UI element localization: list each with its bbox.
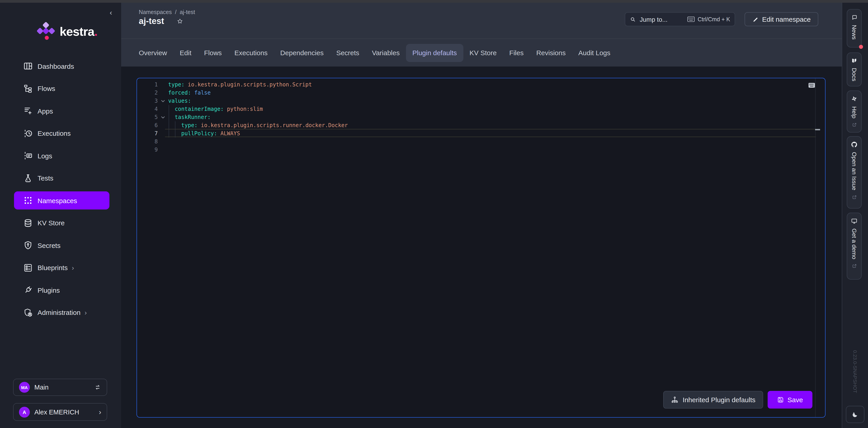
code-line: 4 containerImage: python:slim bbox=[137, 105, 825, 113]
slack-icon bbox=[851, 95, 858, 102]
jump-to-search[interactable]: Jump to... Ctrl/Cmd + K bbox=[625, 12, 735, 26]
sidebar-nav: Dashboards Flows Apps Executions Logs Te… bbox=[0, 57, 121, 321]
sidebar-collapse-icon[interactable]: ‹ bbox=[110, 9, 112, 16]
shield-key-icon bbox=[23, 240, 33, 250]
line-number: 8 bbox=[137, 138, 158, 146]
moon-icon bbox=[851, 411, 859, 418]
yaml-code-editor[interactable]: 1type: io.kestra.plugin.scripts.python.S… bbox=[136, 78, 826, 418]
line-number: 1 bbox=[137, 81, 158, 89]
flows-icon bbox=[23, 83, 33, 93]
user-avatar: A bbox=[19, 406, 30, 417]
sidebar-item-administration[interactable]: Administration › bbox=[14, 303, 110, 321]
workspace-switcher[interactable]: MA Main bbox=[13, 379, 107, 396]
tab-executions[interactable]: Executions bbox=[228, 44, 274, 62]
breadcrumb-current: aj-test bbox=[180, 9, 195, 16]
tab-audit-logs[interactable]: Audit Logs bbox=[572, 44, 617, 62]
breadcrumb-separator: / bbox=[175, 9, 177, 16]
chevron-right-icon: › bbox=[72, 264, 74, 272]
tab-variables[interactable]: Variables bbox=[366, 44, 406, 62]
logs-icon bbox=[23, 151, 33, 161]
sidebar-item-label: Tests bbox=[37, 174, 53, 182]
sidebar-item-label: KV Store bbox=[37, 219, 65, 227]
namespaces-icon bbox=[23, 196, 33, 205]
shield-account-icon bbox=[23, 308, 33, 317]
right-rail: News Docs Help Open an Issue Get a demo … bbox=[842, 3, 868, 428]
tab-secrets[interactable]: Secrets bbox=[330, 44, 366, 62]
edit-namespace-button[interactable]: Edit namespace bbox=[745, 12, 818, 26]
search-placeholder: Jump to... bbox=[640, 16, 687, 23]
search-shortcut: Ctrl/Cmd + K bbox=[698, 16, 730, 22]
tab-revisions[interactable]: Revisions bbox=[530, 44, 572, 62]
keyboard-shortcuts-icon[interactable] bbox=[808, 83, 815, 88]
plugins-icon bbox=[23, 285, 33, 295]
docs-button[interactable]: Docs bbox=[847, 53, 862, 86]
logo-dot: . bbox=[94, 25, 98, 39]
github-icon bbox=[851, 141, 858, 148]
line-number: 6 bbox=[137, 121, 158, 130]
favorite-star-icon[interactable] bbox=[176, 18, 184, 25]
user-menu[interactable]: A Alex EMERICH › bbox=[13, 403, 107, 421]
tab-edit[interactable]: Edit bbox=[174, 44, 198, 62]
fold-chevron-icon[interactable] bbox=[158, 113, 168, 121]
swap-icon bbox=[94, 384, 101, 391]
chevron-right-icon: › bbox=[99, 408, 101, 416]
main-area: Namespaces / aj-test aj-test Jump to... … bbox=[121, 3, 842, 428]
tab-flows[interactable]: Flows bbox=[198, 44, 228, 62]
line-number: 9 bbox=[137, 146, 158, 154]
inherited-plugin-defaults-button[interactable]: Inherited Plugin defaults bbox=[663, 391, 763, 408]
namespace-tabs: Overview Edit Flows Executions Dependenc… bbox=[121, 38, 842, 66]
workspace-label: Main bbox=[34, 384, 94, 391]
sidebar-item-dashboards[interactable]: Dashboards bbox=[14, 57, 110, 75]
sidebar-item-label: Blueprints bbox=[37, 264, 68, 272]
kestra-logo-icon bbox=[37, 22, 56, 41]
apps-icon bbox=[23, 106, 33, 116]
sidebar-item-namespaces[interactable]: Namespaces bbox=[14, 191, 110, 209]
sidebar-item-label: Executions bbox=[37, 130, 71, 137]
news-icon bbox=[851, 14, 858, 21]
breadcrumb: Namespaces / aj-test bbox=[139, 9, 195, 16]
tab-plugin-defaults[interactable]: Plugin defaults bbox=[406, 44, 463, 62]
get-demo-button[interactable]: Get a demo bbox=[847, 212, 862, 280]
logo-text: kestra bbox=[60, 25, 94, 39]
sidebar-item-blueprints[interactable]: Blueprints › bbox=[14, 259, 110, 277]
kestra-app: kestra. ‹ Dashboards Flows Apps Executio… bbox=[0, 0, 868, 428]
sidebar-item-logs[interactable]: Logs bbox=[14, 147, 110, 165]
tab-kv-store[interactable]: KV Store bbox=[463, 44, 503, 62]
sidebar-item-tests[interactable]: Tests bbox=[14, 169, 110, 187]
sidebar-item-label: Dashboards bbox=[37, 62, 74, 70]
sidebar-item-executions[interactable]: Executions bbox=[14, 124, 110, 142]
theme-toggle-button[interactable] bbox=[846, 406, 864, 423]
breadcrumb-root[interactable]: Namespaces bbox=[139, 9, 172, 16]
external-link-icon bbox=[851, 263, 857, 269]
sidebar-item-secrets[interactable]: Secrets bbox=[14, 236, 110, 254]
sidebar-item-label: Apps bbox=[37, 107, 53, 115]
user-label: Alex EMERICH bbox=[34, 408, 99, 416]
editor-actions: Inherited Plugin defaults Save bbox=[663, 391, 812, 408]
help-button[interactable]: Help bbox=[847, 90, 862, 133]
pencil-icon bbox=[752, 16, 758, 22]
kestra-logo[interactable]: kestra. bbox=[37, 22, 98, 41]
version-label: 0.23.0-SNAPSHOT bbox=[852, 350, 858, 393]
code-line: 9 bbox=[137, 146, 825, 154]
keyboard-icon bbox=[687, 16, 695, 22]
sidebar-item-kv-store[interactable]: KV Store bbox=[14, 214, 110, 232]
news-button[interactable]: News bbox=[847, 9, 862, 48]
sidebar-item-plugins[interactable]: Plugins bbox=[14, 281, 110, 299]
sidebar-item-flows[interactable]: Flows bbox=[14, 79, 110, 97]
blueprints-icon bbox=[23, 263, 33, 273]
sidebar-item-label: Secrets bbox=[37, 241, 61, 249]
sidebar-item-label: Logs bbox=[37, 152, 52, 160]
external-link-icon bbox=[851, 194, 857, 200]
code-line: 1type: io.kestra.plugin.scripts.python.S… bbox=[137, 81, 825, 89]
sidebar-item-apps[interactable]: Apps bbox=[14, 102, 110, 120]
open-issue-button[interactable]: Open an Issue bbox=[847, 136, 862, 208]
line-number: 4 bbox=[137, 105, 158, 113]
tab-files[interactable]: Files bbox=[503, 44, 530, 62]
save-button[interactable]: Save bbox=[768, 391, 812, 408]
tab-dependencies[interactable]: Dependencies bbox=[274, 44, 330, 62]
fold-chevron-icon[interactable] bbox=[158, 97, 168, 105]
sitemap-icon bbox=[671, 396, 679, 404]
page-header: Namespaces / aj-test aj-test Jump to... … bbox=[121, 3, 842, 38]
dashboard-icon bbox=[23, 61, 33, 71]
tab-overview[interactable]: Overview bbox=[132, 44, 174, 62]
